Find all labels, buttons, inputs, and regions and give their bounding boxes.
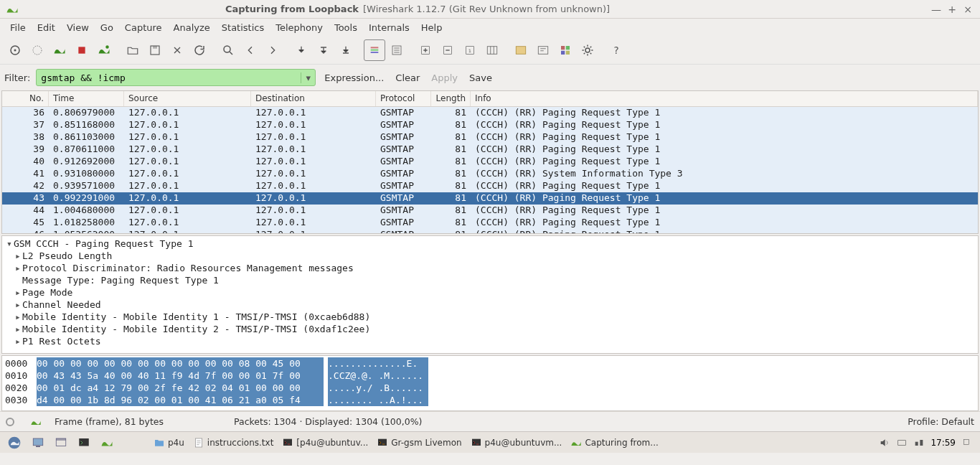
taskbar-item[interactable]: p4u — [149, 434, 189, 451]
zoom-out-icon[interactable] — [437, 39, 458, 61]
tree-item[interactable]: ▸Channel Needed — [2, 299, 978, 311]
packet-row[interactable]: 380.861103000127.0.0.1127.0.0.1GSMTAP81(… — [2, 131, 978, 144]
filter-dropdown-icon[interactable]: ▾ — [301, 72, 315, 83]
menu-analyze[interactable]: Analyze — [168, 21, 216, 34]
col-protocol[interactable]: Protocol — [376, 91, 431, 106]
taskbar-item[interactable]: p4u@ubuntuvm... — [466, 434, 567, 451]
hex-row[interactable]: 0010 00 43 43 5a 40 00 40 11 f9 4d 7f 00… — [5, 370, 975, 382]
hex-row[interactable]: 0000 00 00 00 00 00 00 00 00 00 00 00 00… — [5, 357, 975, 370]
tree-item[interactable]: ▸Protocol Discriminator: Radio Resources… — [2, 262, 978, 274]
packet-row[interactable]: 390.870611000127.0.0.1127.0.0.1GSMTAP81(… — [2, 144, 978, 156]
maximize-button[interactable]: + — [946, 3, 958, 16]
filter-label: Filter: — [4, 72, 30, 83]
show-desktop-icon[interactable] — [27, 434, 49, 451]
clock[interactable]: 17:59 — [930, 438, 956, 448]
auto-scroll-icon[interactable] — [386, 39, 407, 61]
taskbar-item[interactable]: Capturing from... — [566, 434, 662, 451]
zoom-in-icon[interactable] — [415, 39, 436, 61]
find-icon[interactable] — [217, 39, 239, 61]
menu-statistics[interactable]: Statistics — [216, 21, 270, 34]
options-icon[interactable] — [27, 39, 48, 61]
restart-capture-icon[interactable] — [93, 39, 115, 61]
storage-icon[interactable] — [896, 437, 908, 448]
stop-capture-icon[interactable] — [71, 39, 93, 61]
packet-row[interactable]: 420.939571000127.0.0.1127.0.0.1GSMTAP81(… — [2, 180, 978, 192]
col-time[interactable]: Time — [49, 91, 124, 106]
packet-list-header[interactable]: No. Time Source Destination Protocol Len… — [2, 91, 978, 107]
open-icon[interactable] — [122, 39, 143, 61]
col-source[interactable]: Source — [124, 91, 251, 106]
packet-row[interactable]: 430.992291000127.0.0.1127.0.0.1GSMTAP81(… — [2, 192, 978, 205]
close-file-icon[interactable] — [166, 39, 188, 61]
tree-item[interactable]: ▸Mobile Identity - Mobile Identity 1 - T… — [2, 311, 978, 323]
menu-file[interactable]: File — [4, 21, 32, 34]
network-icon[interactable] — [913, 437, 925, 448]
go-to-packet-icon[interactable] — [291, 39, 312, 61]
go-last-icon[interactable] — [335, 39, 357, 61]
menu-edit[interactable]: Edit — [32, 21, 61, 34]
expert-info-icon[interactable] — [6, 418, 14, 426]
terminal-launcher-icon[interactable] — [73, 434, 95, 451]
filter-expression[interactable]: Expression... — [321, 71, 387, 85]
taskbar-item[interactable]: instruccions.txt — [189, 434, 278, 451]
packet-row[interactable]: 400.912692000127.0.0.1127.0.0.1GSMTAP81(… — [2, 156, 978, 168]
wireshark-launcher-icon[interactable] — [96, 434, 118, 451]
packet-row[interactable]: 461.053563000127.0.0.1127.0.0.1GSMTAP81(… — [2, 229, 978, 233]
taskbar-item[interactable]: [p4u@ubuntuv... — [278, 434, 372, 451]
packet-row[interactable]: 370.851168000127.0.0.1127.0.0.1GSMTAP81(… — [2, 119, 978, 131]
file-manager-icon[interactable] — [50, 434, 72, 451]
minimize-button[interactable]: — — [930, 3, 943, 16]
packet-details-pane[interactable]: ▾GSM CCCH - Paging Request Type 1 ▸L2 Ps… — [1, 235, 979, 354]
start-menu-icon[interactable] — [3, 434, 26, 451]
close-button[interactable]: × — [961, 3, 974, 16]
tree-item[interactable]: ▸P1 Rest Octets — [2, 335, 978, 347]
packet-list-body[interactable]: 360.806979000127.0.0.1127.0.0.1GSMTAP81(… — [2, 107, 978, 233]
packet-bytes-pane[interactable]: 0000 00 00 00 00 00 00 00 00 00 00 00 00… — [1, 355, 979, 411]
filter-save[interactable]: Save — [466, 71, 495, 85]
session-icon[interactable] — [961, 438, 971, 448]
preferences-icon[interactable] — [577, 39, 598, 61]
volume-icon[interactable] — [879, 437, 890, 448]
menu-telephony[interactable]: Telephony — [270, 21, 329, 34]
col-destination[interactable]: Destination — [251, 91, 376, 106]
help-icon[interactable]: ? — [606, 39, 627, 61]
hex-row[interactable]: 0030 d4 00 00 1b 8d 96 02 00 01 00 41 06… — [5, 394, 975, 406]
hex-row[interactable]: 0020 00 01 dc a4 12 79 00 2f fe 42 02 04… — [5, 382, 975, 394]
col-no[interactable]: No. — [2, 91, 49, 106]
menu-help[interactable]: Help — [415, 21, 448, 34]
resize-columns-icon[interactable] — [481, 39, 503, 61]
go-forward-icon[interactable] — [262, 39, 283, 61]
filter-apply[interactable]: Apply — [428, 71, 461, 85]
colorize-icon[interactable] — [364, 39, 385, 61]
save-icon[interactable] — [144, 39, 166, 61]
interfaces-icon[interactable] — [4, 39, 26, 61]
filter-clear[interactable]: Clear — [392, 71, 423, 85]
coloring-rules-icon[interactable] — [555, 39, 576, 61]
menu-tools[interactable]: Tools — [329, 21, 363, 34]
packet-row[interactable]: 360.806979000127.0.0.1127.0.0.1GSMTAP81(… — [2, 107, 978, 119]
tree-item[interactable]: ▸Mobile Identity - Mobile Identity 2 - T… — [2, 323, 978, 335]
menu-capture[interactable]: Capture — [119, 21, 168, 34]
menu-go[interactable]: Go — [95, 21, 119, 34]
taskbar-item[interactable]: Gr-gsm Livemon — [372, 434, 466, 451]
go-first-icon[interactable] — [313, 39, 334, 61]
reload-icon[interactable] — [189, 39, 210, 61]
go-back-icon[interactable] — [240, 39, 261, 61]
col-info[interactable]: Info — [471, 91, 978, 106]
status-profile[interactable]: Profile: Default — [908, 416, 974, 427]
display-filters-icon[interactable] — [532, 39, 554, 61]
packet-row[interactable]: 441.004680000127.0.0.1127.0.0.1GSMTAP81(… — [2, 205, 978, 217]
capture-filters-icon[interactable] — [510, 39, 532, 61]
zoom-100-icon[interactable]: 1 — [459, 39, 481, 61]
filter-input[interactable] — [37, 71, 301, 85]
svg-point-23 — [585, 48, 590, 52]
col-length[interactable]: Length — [431, 91, 471, 106]
packet-row[interactable]: 410.931080000127.0.0.1127.0.0.1GSMTAP81(… — [2, 168, 978, 180]
start-capture-icon[interactable] — [49, 39, 70, 61]
tree-item[interactable]: ▸Page Mode — [2, 286, 978, 299]
tree-item[interactable]: ▸L2 Pseudo Length — [2, 250, 978, 262]
tree-item[interactable]: Message Type: Paging Request Type 1 — [2, 274, 978, 286]
menu-internals[interactable]: Internals — [363, 21, 415, 34]
packet-row[interactable]: 451.018258000127.0.0.1127.0.0.1GSMTAP81(… — [2, 217, 978, 229]
menu-view[interactable]: View — [61, 21, 95, 34]
